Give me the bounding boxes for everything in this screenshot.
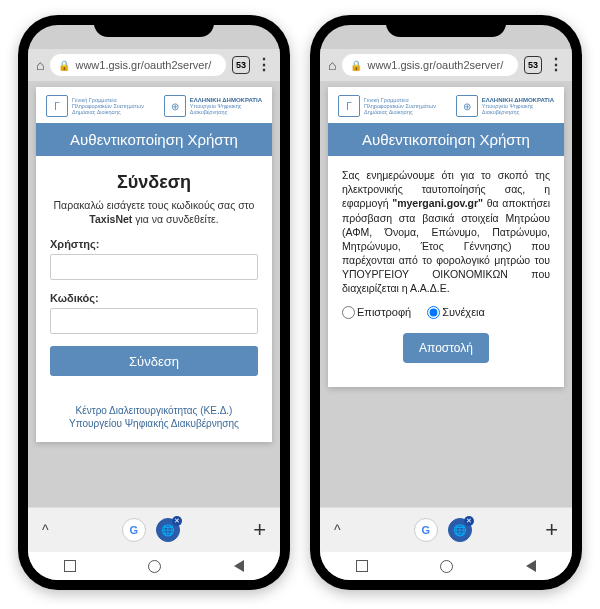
phone-frame-left: ⌂ 🔒 www1.gsis.gr/oauth2server/ 53 ⋮ Γ Γε… — [18, 15, 290, 590]
gov-logo-icon: ⊕ — [456, 95, 478, 117]
back-button[interactable] — [234, 560, 244, 572]
login-intro: Παρακαλώ εισάγετε τους κωδικούς σας στο … — [50, 199, 258, 226]
recents-button[interactable] — [356, 560, 368, 572]
gov-logo-icon: ⊕ — [164, 95, 186, 117]
menu-icon[interactable]: ⋮ — [548, 57, 564, 73]
home-icon[interactable]: ⌂ — [36, 57, 44, 73]
lock-icon: 🔒 — [350, 60, 362, 71]
username-label: Χρήστης: — [50, 238, 258, 250]
app-shortcut[interactable]: 🌐✕ — [448, 518, 472, 542]
plus-icon[interactable]: + — [545, 517, 558, 543]
send-button[interactable]: Αποστολή — [403, 333, 489, 363]
login-title: Σύνδεση — [50, 172, 258, 193]
app-shortcut[interactable]: 🌐✕ — [156, 518, 180, 542]
auth-card: Γ Γενική Γραμματεία Πληροφοριακών Συστημ… — [36, 87, 272, 442]
home-icon[interactable]: ⌂ — [328, 57, 336, 73]
close-badge-icon: ✕ — [172, 516, 182, 526]
phone-screen-left: ⌂ 🔒 www1.gsis.gr/oauth2server/ 53 ⋮ Γ Γε… — [28, 25, 280, 580]
gsis-logo-icon: Γ — [46, 95, 68, 117]
url-text: www1.gsis.gr/oauth2server/ — [367, 59, 503, 71]
phone-screen-right: ⌂ 🔒 www1.gsis.gr/oauth2server/ 53 ⋮ Γ Γε… — [320, 25, 572, 580]
tab-count[interactable]: 53 — [232, 56, 250, 74]
back-button[interactable] — [526, 560, 536, 572]
logo-govgr: ⊕ ΕΛΛΗΝΙΚΗ ΔΗΜΟΚΡΑΤΙΑ Υπουργείο Ψηφιακής… — [456, 95, 554, 117]
gsis-logo-icon: Γ — [338, 95, 360, 117]
phone-notch — [94, 15, 214, 37]
consent-options: Επιστροφή Συνέχεια — [342, 306, 550, 319]
phone-notch — [386, 15, 506, 37]
close-badge-icon: ✕ — [464, 516, 474, 526]
recents-button[interactable] — [64, 560, 76, 572]
browser-bottom-strip: ^ G 🌐✕ + — [28, 507, 280, 552]
google-shortcut[interactable]: G — [414, 518, 438, 542]
page-content-consent: Γ Γενική Γραμματεία Πληροφοριακών Συστημ… — [320, 81, 572, 507]
username-input[interactable] — [50, 254, 258, 280]
logo-govgr: ⊕ ΕΛΛΗΝΙΚΗ ΔΗΜΟΚΡΑΤΙΑ Υπουργείο Ψηφιακής… — [164, 95, 262, 117]
footer-link[interactable]: Κέντρο Διαλειτουργικότητας (ΚΕ.Δ.) Υπουρ… — [36, 386, 272, 442]
lock-icon: 🔒 — [58, 60, 70, 71]
android-nav — [28, 552, 280, 580]
google-shortcut[interactable]: G — [122, 518, 146, 542]
browser-bar: ⌂ 🔒 www1.gsis.gr/oauth2server/ 53 ⋮ — [320, 49, 572, 81]
page-content-login: Γ Γενική Γραμματεία Πληροφοριακών Συστημ… — [28, 81, 280, 507]
password-input[interactable] — [50, 308, 258, 334]
up-icon[interactable]: ^ — [42, 522, 49, 538]
url-bar[interactable]: 🔒 www1.gsis.gr/oauth2server/ — [50, 54, 226, 76]
radio-back[interactable] — [342, 306, 355, 319]
logo-gsis: Γ Γενική Γραμματεία Πληροφοριακών Συστημ… — [338, 95, 436, 117]
phone-frame-right: ⌂ 🔒 www1.gsis.gr/oauth2server/ 53 ⋮ Γ Γε… — [310, 15, 582, 590]
home-button[interactable] — [440, 560, 453, 573]
plus-icon[interactable]: + — [253, 517, 266, 543]
auth-banner: Αυθεντικοποίηση Χρήστη — [36, 123, 272, 156]
logos-row: Γ Γενική Γραμματεία Πληροφοριακών Συστημ… — [328, 87, 564, 123]
radio-continue[interactable] — [427, 306, 440, 319]
browser-bottom-strip: ^ G 🌐✕ + — [320, 507, 572, 552]
home-button[interactable] — [148, 560, 161, 573]
login-button[interactable]: Σύνδεση — [50, 346, 258, 376]
url-bar[interactable]: 🔒 www1.gsis.gr/oauth2server/ — [342, 54, 518, 76]
menu-icon[interactable]: ⋮ — [256, 57, 272, 73]
password-label: Κωδικός: — [50, 292, 258, 304]
option-continue[interactable]: Συνέχεια — [427, 306, 485, 319]
up-icon[interactable]: ^ — [334, 522, 341, 538]
logo-gsis: Γ Γενική Γραμματεία Πληροφοριακών Συστημ… — [46, 95, 144, 117]
tab-count[interactable]: 53 — [524, 56, 542, 74]
browser-bar: ⌂ 🔒 www1.gsis.gr/oauth2server/ 53 ⋮ — [28, 49, 280, 81]
logos-row: Γ Γενική Γραμματεία Πληροφοριακών Συστημ… — [36, 87, 272, 123]
android-nav — [320, 552, 572, 580]
option-back[interactable]: Επιστροφή — [342, 306, 411, 319]
auth-card: Γ Γενική Γραμματεία Πληροφοριακών Συστημ… — [328, 87, 564, 387]
url-text: www1.gsis.gr/oauth2server/ — [75, 59, 211, 71]
auth-banner: Αυθεντικοποίηση Χρήστη — [328, 123, 564, 156]
consent-text: Σας ενημερώνουμε ότι για το σκοπό της ηλ… — [342, 166, 550, 306]
